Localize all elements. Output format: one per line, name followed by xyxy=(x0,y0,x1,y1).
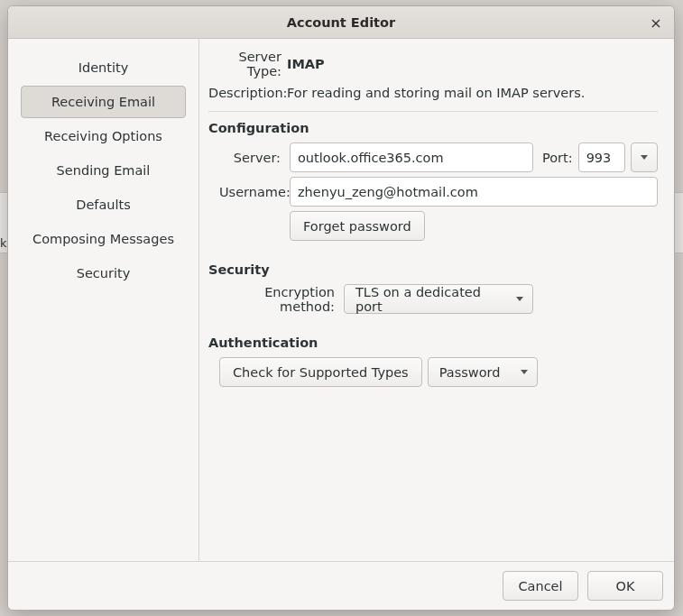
chevron-down-icon xyxy=(641,155,648,160)
button-label: Cancel xyxy=(518,579,562,593)
combo-value: TLS on a dedicated port xyxy=(355,285,503,314)
encryption-method-label: Encryption method: xyxy=(219,285,338,314)
sidebar-item-label: Defaults xyxy=(76,198,131,212)
close-button[interactable]: × xyxy=(643,10,669,35)
port-dropdown-button[interactable] xyxy=(631,143,658,172)
username-input[interactable] xyxy=(290,177,658,207)
content-pane: Server Type: IMAP Description: For readi… xyxy=(199,39,674,561)
sidebar-item-receiving-options[interactable]: Receiving Options xyxy=(21,120,186,152)
check-supported-types-button[interactable]: Check for Supported Types xyxy=(219,357,422,387)
sidebar-item-label: Identity xyxy=(78,60,129,75)
button-label: Check for Supported Types xyxy=(233,365,409,380)
sidebar-item-label: Sending Email xyxy=(57,163,151,178)
username-label: Username: xyxy=(219,185,284,199)
authentication-method-combo[interactable]: Password xyxy=(428,357,538,387)
description-value: For reading and storing mail on IMAP ser… xyxy=(287,86,658,100)
sidebar-item-identity[interactable]: Identity xyxy=(21,51,186,84)
sidebar-item-label: Security xyxy=(77,266,131,280)
combo-value: Password xyxy=(439,365,501,380)
button-label: OK xyxy=(616,579,635,593)
sidebar-item-sending-email[interactable]: Sending Email xyxy=(21,154,186,187)
titlebar: Account Editor × xyxy=(8,6,674,39)
port-label: Port: xyxy=(539,151,573,165)
server-label: Server: xyxy=(219,151,284,165)
server-input[interactable] xyxy=(290,143,533,172)
sidebar-item-label: Receiving Options xyxy=(44,129,162,143)
sidebar-item-label: Receiving Email xyxy=(51,95,155,109)
chevron-down-icon xyxy=(521,370,528,374)
port-input[interactable] xyxy=(578,143,625,172)
configuration-heading: Configuration xyxy=(208,111,658,135)
window-title: Account Editor xyxy=(287,15,395,30)
sidebar: Identity Receiving Email Receiving Optio… xyxy=(8,39,199,561)
forget-password-button[interactable]: Forget password xyxy=(290,211,425,241)
cancel-button[interactable]: Cancel xyxy=(503,571,578,601)
account-editor-dialog: Account Editor × Identity Receiving Emai… xyxy=(7,5,675,611)
sidebar-item-composing-messages[interactable]: Composing Messages xyxy=(21,223,186,255)
encryption-method-combo[interactable]: TLS on a dedicated port xyxy=(344,284,533,314)
security-heading: Security xyxy=(208,253,658,277)
button-label: Forget password xyxy=(303,219,411,234)
description-label: Description: xyxy=(208,86,287,100)
sidebar-item-security[interactable]: Security xyxy=(21,257,186,290)
sidebar-item-label: Composing Messages xyxy=(32,232,174,246)
ok-button[interactable]: OK xyxy=(587,571,663,601)
close-icon: × xyxy=(650,14,661,32)
server-type-label: Server Type: xyxy=(208,50,287,78)
authentication-heading: Authentication xyxy=(208,326,658,350)
sidebar-item-receiving-email[interactable]: Receiving Email xyxy=(21,86,186,118)
sidebar-item-defaults[interactable]: Defaults xyxy=(21,188,186,221)
server-type-value: IMAP xyxy=(287,57,658,71)
dialog-footer: Cancel OK xyxy=(8,561,674,610)
chevron-down-icon xyxy=(516,297,523,301)
